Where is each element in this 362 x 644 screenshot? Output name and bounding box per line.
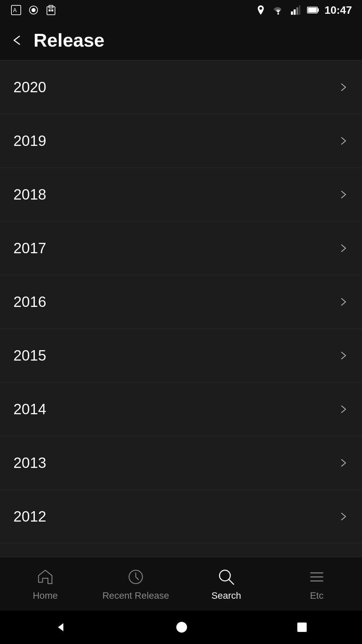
nav-label-home: Home [33,590,58,601]
svg-rect-10 [294,9,296,15]
list-item[interactable]: 2019 [0,114,362,168]
svg-rect-6 [49,9,51,11]
svg-point-22 [176,622,187,633]
list-item[interactable]: 2013 [0,436,362,490]
battery-icon [307,4,319,16]
search-icon [216,567,236,587]
svg-text:A: A [13,7,17,13]
nav-item-search[interactable]: Search [181,567,272,601]
list-item[interactable]: 2014 [0,382,362,436]
list-item[interactable]: 2016 [0,275,362,329]
svg-point-3 [32,8,36,12]
svg-rect-15 [308,8,317,12]
chevron-right-icon [339,82,349,92]
sys-back-button[interactable] [54,621,67,634]
sim-icon [45,4,57,16]
bottom-navigation: Home Recent Release Search [0,557,362,610]
status-bar: A [0,0,362,20]
chevron-right-icon [339,458,349,468]
status-right-icons: 10:47 [255,4,352,16]
year-label: 2016 [13,293,46,310]
year-list: 2020 2019 2018 2017 [0,60,362,557]
svg-rect-7 [51,9,53,11]
nav-label-search: Search [212,590,241,601]
year-label: 2012 [13,508,46,525]
nav-label-recent-release: Recent Release [102,590,169,601]
svg-line-18 [229,580,234,584]
status-time: 10:47 [324,4,352,16]
svg-rect-11 [296,7,298,15]
svg-rect-23 [297,623,307,632]
signal-icon [290,4,302,16]
location-icon [255,4,267,16]
status-left-icons: A [10,4,57,16]
year-label: 2013 [13,454,46,471]
svg-rect-12 [299,5,300,15]
home-icon [35,567,55,587]
year-label: 2015 [13,347,46,364]
nav-item-recent-release[interactable]: Recent Release [90,567,181,601]
year-label: 2014 [13,401,46,418]
year-label: 2017 [13,240,46,257]
year-label: 2019 [13,132,46,149]
chevron-right-icon [339,512,349,522]
nav-item-etc[interactable]: Etc [272,567,362,601]
nav-label-etc: Etc [310,590,323,601]
chevron-right-icon [339,297,349,307]
etc-icon [307,567,327,587]
svg-rect-9 [291,11,293,15]
year-label: 2020 [13,79,46,96]
year-label: 2018 [13,186,46,203]
wifi-icon [272,4,284,16]
system-navigation [0,610,362,644]
svg-rect-14 [317,8,319,12]
list-item[interactable]: 2012 [0,490,362,543]
svg-point-8 [278,13,279,15]
chevron-right-icon [339,351,349,361]
chevron-right-icon [339,136,349,146]
sys-home-button[interactable] [175,621,188,634]
chevron-right-icon [339,190,349,200]
sys-recents-button[interactable] [296,621,308,633]
list-item[interactable]: 2020 [0,60,362,114]
page-title: Release [34,29,105,51]
chevron-right-icon [339,243,349,253]
back-button[interactable] [10,34,23,47]
nav-item-home[interactable]: Home [0,567,90,601]
list-item[interactable]: 2018 [0,168,362,221]
list-item[interactable]: 2015 [0,329,362,382]
record-icon [27,4,40,16]
recent-release-icon [126,567,146,587]
page-header: Release [0,20,362,60]
list-item[interactable]: 2017 [0,221,362,275]
text-icon: A [10,4,22,16]
chevron-right-icon [339,404,349,414]
